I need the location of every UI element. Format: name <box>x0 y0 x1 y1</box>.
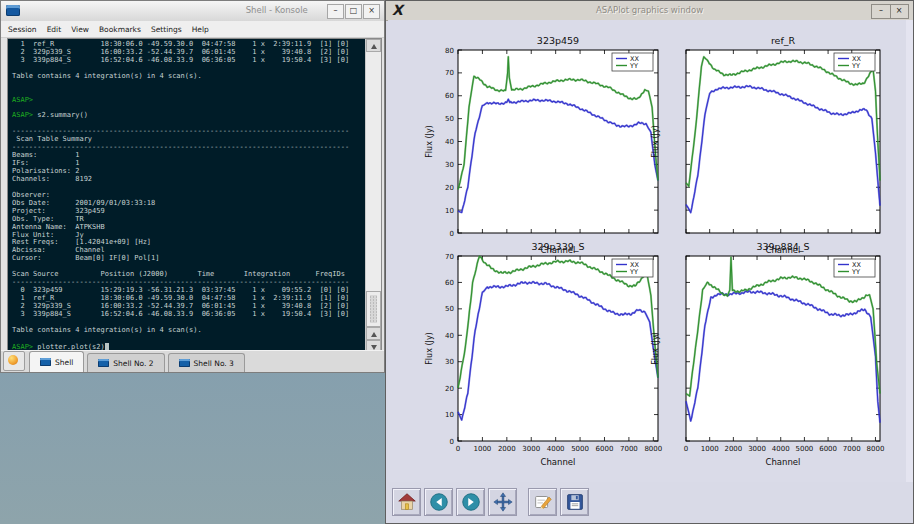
maximize-button[interactable]: □ <box>345 4 362 19</box>
terminal-output: 1 ref_R 18:30:06.0 -49.59.30.0 04:47:58 … <box>12 41 365 351</box>
tab-label: Shell No. 3 <box>194 359 234 368</box>
svg-text:10: 10 <box>445 411 454 419</box>
terminal-line: ASAP> <box>12 97 365 105</box>
svg-text:30: 30 <box>445 358 454 366</box>
plot-toolbar <box>392 487 592 517</box>
svg-text:0: 0 <box>456 445 460 453</box>
svg-text:60: 60 <box>445 279 454 287</box>
svg-text:40: 40 <box>445 332 454 340</box>
svg-text:50: 50 <box>445 305 454 313</box>
svg-text:30: 30 <box>445 161 454 169</box>
back-button[interactable] <box>424 488 453 516</box>
chart-339p884_S: 010002000300040005000600070008000Channel… <box>651 241 884 467</box>
chart-title-329p339_S: 329p339_S <box>531 241 584 252</box>
minimize-button[interactable]: – <box>871 4 891 19</box>
terminal-scrollbar[interactable] <box>365 39 381 353</box>
svg-text:5000: 5000 <box>795 445 813 453</box>
svg-text:1000: 1000 <box>474 445 492 453</box>
svg-text:0: 0 <box>684 445 688 453</box>
svg-text:70: 70 <box>445 69 454 77</box>
back-icon <box>428 491 450 513</box>
new-session-button[interactable] <box>3 351 25 371</box>
terminal-line: Table contains 4 integration(s) in 4 sca… <box>12 327 365 335</box>
legend-label-YY: YY <box>629 268 638 276</box>
svg-text:20: 20 <box>445 385 454 393</box>
svg-text:4000: 4000 <box>547 445 565 453</box>
home-button[interactable] <box>392 488 421 516</box>
terminal-line: Channels: 8192 <box>12 176 365 184</box>
terminal-line: Cursor: Beam[0] IF[0] Pol[1] <box>12 255 365 263</box>
chart-329p339_S: 0100020003000400050006000700080000102030… <box>425 241 662 467</box>
xlabel-329p339_S: Channel <box>541 457 576 467</box>
ylabel-323p459: Flux (Jy) <box>425 125 434 158</box>
konsole-tabbar: ShellShell No. 2Shell No. 3 <box>1 350 384 372</box>
konsole-titlebar[interactable]: Shell - Konsole ×□– <box>1 1 384 22</box>
chart-title-ref_R: ref_R <box>771 35 796 46</box>
menu-item-session[interactable]: Session <box>8 25 37 34</box>
chart-title-339p884_S: 339p884_S <box>756 241 809 252</box>
terminal-tab-icon <box>40 358 51 366</box>
ylabel-339p884_S: Flux (Jy) <box>651 332 660 365</box>
menu-item-help[interactable]: Help <box>192 25 209 34</box>
svg-text:8000: 8000 <box>867 445 885 453</box>
terminal-screen[interactable]: 1 ref_R 18:30:06.0 -49.59.30.0 04:47:58 … <box>8 39 365 353</box>
legend-label-YY: YY <box>851 62 860 70</box>
legend-label-YY: YY <box>629 62 638 70</box>
new-session-icon <box>8 355 18 365</box>
scrollbar-up-button-bottom[interactable] <box>366 327 381 340</box>
ylabel-ref_R: Flux (Jy) <box>651 125 660 158</box>
subplots-button[interactable] <box>528 488 557 516</box>
asaplot-titlebar[interactable]: X ASAPlot graphics window ×– <box>386 1 913 21</box>
svg-text:10: 10 <box>445 207 454 215</box>
tab-shell[interactable]: Shell <box>29 351 84 372</box>
home-icon <box>396 491 418 513</box>
svg-text:3000: 3000 <box>522 445 540 453</box>
tab-label: Shell No. 2 <box>113 359 153 368</box>
xlabel-339p884_S: Channel <box>766 457 801 467</box>
terminal-line: ASAP> s2.summary() <box>12 112 365 120</box>
svg-text:8000: 8000 <box>644 445 662 453</box>
menu-item-settings[interactable]: Settings <box>151 25 182 34</box>
konsole-menubar: SessionEditViewBookmarksSettingsHelp <box>1 21 384 38</box>
menu-item-view[interactable]: View <box>71 25 89 34</box>
minimize-button[interactable]: – <box>327 4 344 19</box>
svg-text:80: 80 <box>445 47 454 55</box>
svg-text:7000: 7000 <box>620 445 638 453</box>
tab-shell-no-2[interactable]: Shell No. 2 <box>87 353 164 372</box>
figure-canvas[interactable]: 01020304050607080ChannelFlux (Jy)323p459… <box>388 20 913 482</box>
konsole-app-icon <box>6 5 20 16</box>
pan-icon <box>492 491 514 513</box>
menu-item-bookmarks[interactable]: Bookmarks <box>99 25 141 34</box>
svg-text:50: 50 <box>445 115 454 123</box>
svg-text:70: 70 <box>445 253 454 261</box>
save-button[interactable] <box>560 488 589 516</box>
close-button[interactable]: × <box>363 4 380 19</box>
svg-text:6000: 6000 <box>819 445 837 453</box>
scrollbar-thumb[interactable] <box>366 291 381 327</box>
svg-text:4000: 4000 <box>772 445 790 453</box>
menu-item-edit[interactable]: Edit <box>47 25 62 34</box>
asaplot-window: X ASAPlot graphics window ×– 01020304050… <box>385 0 914 524</box>
terminal-line: Table contains 4 integration(s) in 4 sca… <box>12 73 365 81</box>
chart-ref_R: ChannelFlux (Jy)ref_RXXYY <box>651 35 880 255</box>
chart-323p459: 01020304050607080ChannelFlux (Jy)323p459… <box>425 35 658 255</box>
pan-button[interactable] <box>488 488 517 516</box>
svg-text:60: 60 <box>445 92 454 100</box>
close-button[interactable]: × <box>889 4 909 19</box>
svg-text:7000: 7000 <box>843 445 861 453</box>
terminal-line: 3 339p884_S 16:52:04.6 -46.08.33.9 06:36… <box>12 57 365 65</box>
svg-text:40: 40 <box>445 138 454 146</box>
charts-svg: 01020304050607080ChannelFlux (Jy)323p459… <box>388 20 913 482</box>
svg-text:5000: 5000 <box>571 445 589 453</box>
scrollbar-up-button[interactable] <box>366 39 381 52</box>
tab-shell-no-3[interactable]: Shell No. 3 <box>168 353 245 372</box>
figure-right-strip <box>906 20 913 482</box>
ylabel-329p339_S: Flux (Jy) <box>425 332 434 365</box>
terminal-tab-icon <box>179 359 190 367</box>
terminal-line: 3 339p884_S 16:52:04.6 -46.08.33.9 06:36… <box>12 311 365 319</box>
svg-text:0: 0 <box>450 438 454 446</box>
chart-title-323p459: 323p459 <box>537 35 579 46</box>
forward-button[interactable] <box>456 488 485 516</box>
svg-text:20: 20 <box>445 184 454 192</box>
terminal-cursor <box>105 343 109 350</box>
